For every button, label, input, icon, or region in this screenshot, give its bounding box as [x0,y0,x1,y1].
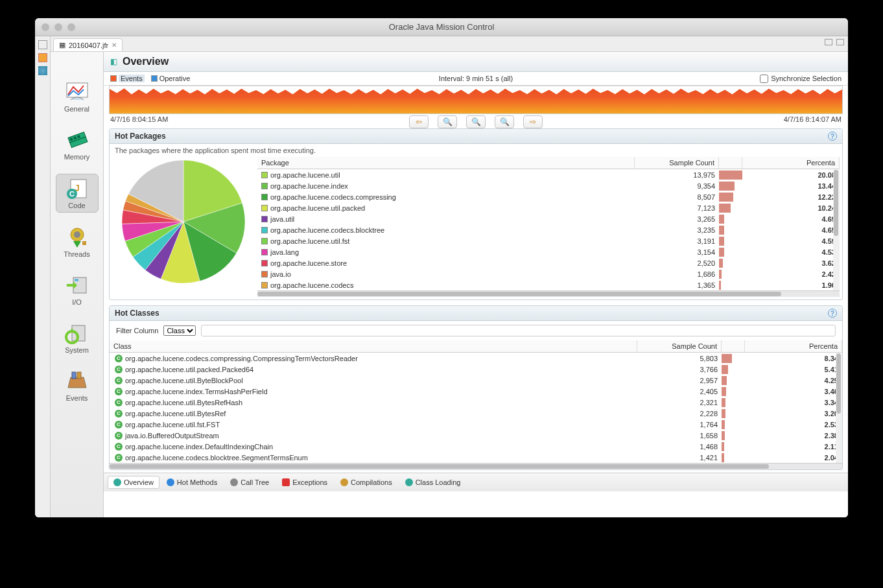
class-icon: C [115,454,123,462]
table-row[interactable]: Corg.apache.lucene.index.TermsHashPerFie… [110,386,842,397]
class-icon: C [115,388,123,395]
events-label: Events [119,75,145,82]
hot-packages-title: Hot Packages [115,132,166,141]
filter-column-select[interactable]: Class [163,325,196,336]
table-row[interactable]: org.apache.lucene.codecs1,3651.96 [257,279,840,290]
titlebar: Oracle Java Mission Control [35,18,848,36]
svg-rect-22 [77,372,81,379]
compilations-tab-icon [340,478,348,486]
hot-packages-table[interactable]: Package Sample Count Percenta org.apache… [257,157,840,297]
table-row[interactable]: Corg.apache.lucene.util.fst.FST1,7642.53 [110,419,842,430]
class-icon: C [115,421,123,429]
overview-icon: ◧ [110,57,117,66]
timeline-footer: 4/7/16 8:04:15 AM ⇦ 🔍 🔍 🔍 ⇨ 4/7/16 8:14:… [104,114,848,126]
interval-label: Interval: 9 min 51 s (all) [439,75,513,82]
col-package[interactable]: Package [257,157,635,169]
col-sample-count[interactable]: Sample Count [637,340,722,352]
svg-rect-15 [75,279,78,281]
nav-code[interactable]: JCCode [56,174,99,213]
bottom-tabs: Overview Hot Methods Call Tree Exception… [104,473,848,491]
hot-packages-pie [112,157,255,287]
nav-memory[interactable]: Memory [56,126,99,163]
minimize-view-icon[interactable] [825,39,832,45]
col-bar [719,157,742,169]
page-header: ◧ Overview [104,52,848,72]
v-scrollbar[interactable] [836,353,842,463]
h-scrollbar[interactable] [257,290,840,297]
zoom-selection-button[interactable]: 🔍 [495,115,514,128]
nav-threads[interactable]: Threads [56,223,99,261]
table-row[interactable]: org.apache.lucene.codecs.blocktree3,2354… [257,224,840,235]
methods-tab-icon [167,478,174,486]
app-window: Oracle Java Mission Control ▦ 20160407.j… [35,18,848,517]
editor-tabbar: ▦ 20160407.jfr ✕ [51,36,848,52]
hot-classes-table[interactable]: Class Sample Count Percenta Corg.apache.… [110,340,842,469]
nav-system[interactable]: System [56,319,99,357]
refresh-icon[interactable] [38,66,47,75]
col-class[interactable]: Class [110,340,637,352]
table-row[interactable]: org.apache.lucene.util.packed7,12310.24 [257,202,840,213]
nav-io[interactable]: I/O [56,271,99,309]
v-scrollbar[interactable] [833,170,840,290]
table-row[interactable]: Corg.apache.lucene.codecs.blocktree.Segm… [110,452,842,463]
table-row[interactable]: java.io1,6862.42 [257,268,840,279]
h-scrollbar[interactable] [110,463,842,469]
zoom-in-button[interactable]: 🔍 [466,115,486,128]
table-row[interactable]: org.apache.lucene.index9,35413.44 [257,180,840,191]
table-row[interactable]: java.util3,2654.69 [257,213,840,224]
table-row[interactable]: org.apache.lucene.codecs.compressing8,50… [257,191,840,202]
jmc-icon[interactable] [38,53,47,62]
page-title: Overview [123,56,169,67]
table-row[interactable]: org.apache.lucene.util.fst3,1914.59 [257,235,840,246]
tab-hot-methods[interactable]: Hot Methods [161,476,223,489]
table-row[interactable]: Corg.apache.lucene.util.BytesRef2,2283.2… [110,408,842,419]
help-icon[interactable]: ? [828,132,837,141]
table-row[interactable]: Corg.apache.lucene.index.DefaultIndexing… [110,441,842,452]
sync-selection[interactable]: Synchronize Selection [760,75,842,83]
class-icon: C [115,443,123,451]
tab-overview[interactable]: Overview [108,476,159,489]
window-title: Oracle Java Mission Control [35,22,848,32]
tab-class-loading[interactable]: Class Loading [399,476,467,489]
class-icon: C [115,377,123,384]
table-row[interactable]: Corg.apache.lucene.util.BytesRefHash2,32… [110,397,842,408]
maximize-view-icon[interactable] [836,39,844,45]
col-percentage[interactable]: Percenta [742,157,840,169]
col-sample-count[interactable]: Sample Count [635,157,719,169]
svg-point-11 [74,231,80,238]
nav-back-button[interactable]: ⇦ [409,115,429,128]
class-icon: C [115,366,123,373]
nav-general[interactable]: General [56,78,99,115]
zoom-out-button[interactable]: 🔍 [438,115,457,128]
filter-label: Filter Column [116,327,158,335]
tab-exceptions[interactable]: Exceptions [276,476,333,489]
hot-packages-subtitle: The packages where the application spent… [110,144,842,157]
table-row[interactable]: Cjava.io.BufferedOutputStream1,6582.38 [110,430,842,441]
table-row[interactable]: Corg.apache.lucene.util.packed.Packed643… [110,364,842,375]
table-row[interactable]: java.lang3,1544.53 [257,246,840,257]
help-icon[interactable]: ? [828,309,837,318]
timeline-chart[interactable] [109,86,843,114]
table-row[interactable]: org.apache.lucene.store2,5203.62 [257,257,840,268]
left-gutter [35,36,51,517]
filter-input[interactable] [201,325,836,336]
col-percentage[interactable]: Percenta [745,340,842,352]
table-row[interactable]: org.apache.lucene.util13,97520.08 [257,169,840,180]
close-tab-icon[interactable]: ✕ [112,41,117,49]
tree-tab-icon [230,478,238,486]
class-icon: C [115,432,123,440]
svg-rect-21 [72,372,76,379]
table-row[interactable]: Corg.apache.lucene.codecs.compressing.Co… [110,353,842,364]
nav-events[interactable]: Events [56,367,99,405]
hot-classes-section: Hot Classes ? Filter Column Class Class … [109,305,843,470]
tab-jfr-file[interactable]: ▦ 20160407.jfr ✕ [53,38,123,51]
tab-call-tree[interactable]: Call Tree [224,476,275,489]
table-row[interactable]: Corg.apache.lucene.util.ByteBlockPool2,9… [110,375,842,386]
tab-compilations[interactable]: Compilations [335,476,398,489]
svg-marker-12 [73,241,81,248]
restore-icon[interactable] [38,40,47,49]
nav-forward-button[interactable]: ⇨ [523,115,543,128]
operative-swatch [151,75,158,82]
timeline-legend: Events Operative Interval: 9 min 51 s (a… [104,72,848,86]
sync-checkbox[interactable] [760,75,768,83]
